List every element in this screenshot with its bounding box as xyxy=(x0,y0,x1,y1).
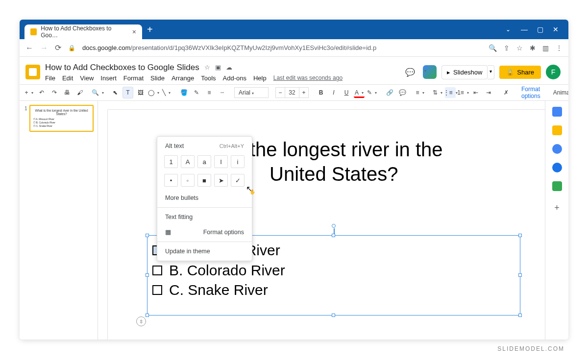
highlight-button[interactable]: ✎ xyxy=(367,87,377,98)
meet-button[interactable] xyxy=(423,65,437,79)
font-select[interactable]: Arial xyxy=(234,87,269,98)
zoom-button[interactable]: 🔍 xyxy=(92,87,103,98)
url-field[interactable]: docs.google.com/presentation/d/1pq36WzVX… xyxy=(82,44,482,51)
maximize-button[interactable]: ▢ xyxy=(532,25,548,33)
calendar-icon[interactable] xyxy=(552,107,562,117)
print-button[interactable]: 🖶 xyxy=(62,87,73,98)
border-color-button[interactable]: ✎ xyxy=(191,87,202,98)
border-weight-button[interactable]: ≡ xyxy=(204,87,215,98)
paint-format-button[interactable]: 🖌 xyxy=(74,87,85,98)
numbered-list-button[interactable]: 1≡ xyxy=(458,87,468,98)
menu-help[interactable]: Help xyxy=(253,74,267,82)
num-opt-1[interactable]: 1 xyxy=(164,155,178,168)
menu-insert[interactable]: Insert xyxy=(100,74,117,82)
chrome-menu-icon[interactable]: ⋮ xyxy=(556,44,563,52)
maps-icon[interactable] xyxy=(552,181,562,191)
bullet-opt-circle[interactable]: ◦ xyxy=(181,174,195,187)
format-options-link[interactable]: Format options xyxy=(518,86,543,99)
font-size-value[interactable]: 32 xyxy=(285,87,299,98)
sidepanel-icon[interactable]: ▥ xyxy=(542,44,549,52)
resize-handle[interactable] xyxy=(518,234,522,237)
font-size-decrease[interactable]: − xyxy=(275,87,285,98)
line-tool[interactable]: ╲ xyxy=(161,87,172,98)
clear-format-button[interactable]: ✗ xyxy=(501,87,512,98)
text-color-button[interactable]: A xyxy=(354,87,365,98)
share-button[interactable]: 🔒 Share xyxy=(499,66,541,79)
fill-color-button[interactable]: 🪣 xyxy=(178,87,189,98)
reload-button[interactable]: ⟳ xyxy=(55,43,61,52)
rotate-handle[interactable] xyxy=(332,224,336,228)
num-opt-I[interactable]: I xyxy=(214,155,228,168)
slide-panel[interactable]: 1 What is the longest river in the Unite… xyxy=(20,101,98,340)
ctx-text-fitting[interactable]: Text fitting xyxy=(157,210,252,224)
minimize-button[interactable]: — xyxy=(516,25,532,33)
menu-view[interactable]: View xyxy=(80,74,94,82)
resize-handle[interactable] xyxy=(518,314,522,317)
share-url-icon[interactable]: ⇪ xyxy=(504,44,510,52)
add-addon-button[interactable]: + xyxy=(554,203,560,213)
new-slide-button[interactable]: + xyxy=(24,87,34,98)
bullet-opt-dot[interactable]: • xyxy=(164,174,178,187)
align-button[interactable]: ≡ xyxy=(415,87,425,98)
close-tab-icon[interactable]: × xyxy=(132,28,136,36)
menu-slide[interactable]: Slide xyxy=(150,74,165,82)
menu-file[interactable]: File xyxy=(45,74,55,82)
slide-thumbnail-1[interactable]: 1 What is the longest river in the Unite… xyxy=(29,105,94,132)
num-opt-a[interactable]: a xyxy=(197,155,211,168)
font-size-increase[interactable]: + xyxy=(299,87,309,98)
resize-handle[interactable] xyxy=(146,314,149,317)
ctx-more-bullets[interactable]: More bullets xyxy=(157,191,252,205)
account-avatar[interactable]: F xyxy=(546,65,561,79)
indent-button[interactable]: ⇥ xyxy=(483,87,494,98)
slideshow-dropdown[interactable]: ▾ xyxy=(488,65,494,79)
slideshow-button[interactable]: ▸ Slideshow xyxy=(441,65,488,79)
comment-history-button[interactable]: 💬 xyxy=(402,64,418,80)
answer-b[interactable]: B. Colorado River xyxy=(152,261,515,281)
slides-logo[interactable] xyxy=(25,65,40,79)
italic-button[interactable]: I xyxy=(328,87,339,98)
bookmark-icon[interactable]: ☆ xyxy=(516,44,523,52)
keep-icon[interactable] xyxy=(552,125,562,135)
extensions-icon[interactable]: ✱ xyxy=(530,44,536,52)
slide-title-text[interactable]: the longest river in the United States? xyxy=(250,137,540,186)
autofit-icon[interactable]: ⇳ xyxy=(136,316,146,326)
textbox-tool[interactable]: T xyxy=(122,87,133,98)
menu-arrange[interactable]: Arrange xyxy=(172,74,194,82)
num-opt-A[interactable]: A xyxy=(181,155,195,168)
close-window-button[interactable]: ✕ xyxy=(548,25,564,33)
menu-edit[interactable]: Edit xyxy=(62,74,73,82)
resize-handle[interactable] xyxy=(146,234,149,237)
undo-button[interactable]: ↶ xyxy=(36,87,47,98)
menu-addons[interactable]: Add-ons xyxy=(223,74,246,82)
last-edit-link[interactable]: Last edit was seconds ago xyxy=(273,74,343,81)
add-comment-button[interactable]: 💬 xyxy=(397,87,408,98)
bulleted-list-button[interactable]: ⋮≡ xyxy=(445,87,456,98)
shape-tool[interactable]: ◯ xyxy=(148,87,159,98)
insert-link-button[interactable]: 🔗 xyxy=(384,87,395,98)
answer-c[interactable]: C. Snake River xyxy=(152,280,515,300)
tasks-icon[interactable] xyxy=(552,144,562,154)
resize-handle[interactable] xyxy=(518,273,522,277)
zoom-icon[interactable]: 🔍 xyxy=(489,44,497,52)
ctx-format-options[interactable]: ▦ Format options xyxy=(157,224,252,240)
slide-canvas[interactable]: the longest river in the United States? … xyxy=(113,113,540,335)
tab-search-icon[interactable]: ⌄ xyxy=(506,26,511,33)
border-dash-button[interactable]: ┄ xyxy=(217,87,227,98)
line-spacing-button[interactable]: ⇅ xyxy=(432,87,443,98)
forward-button[interactable]: → xyxy=(40,44,48,52)
bullet-opt-check[interactable]: ✓ xyxy=(231,174,245,187)
menu-tools[interactable]: Tools xyxy=(201,74,216,82)
star-icon[interactable]: ☆ xyxy=(204,64,210,71)
resize-handle[interactable] xyxy=(332,234,335,237)
contacts-icon[interactable] xyxy=(552,163,562,172)
bold-button[interactable]: B xyxy=(316,87,326,98)
redo-button[interactable]: ↷ xyxy=(49,87,60,98)
move-icon[interactable]: ▣ xyxy=(215,64,221,71)
back-button[interactable]: ← xyxy=(25,44,33,52)
browser-tab[interactable]: How to Add Checkboxes to Goo… × xyxy=(24,24,142,39)
menu-format[interactable]: Format xyxy=(123,74,144,82)
ctx-update-theme[interactable]: Update in theme xyxy=(157,244,252,259)
num-opt-i[interactable]: i xyxy=(231,155,245,168)
resize-handle[interactable] xyxy=(332,314,335,317)
outdent-button[interactable]: ⇤ xyxy=(470,87,481,98)
